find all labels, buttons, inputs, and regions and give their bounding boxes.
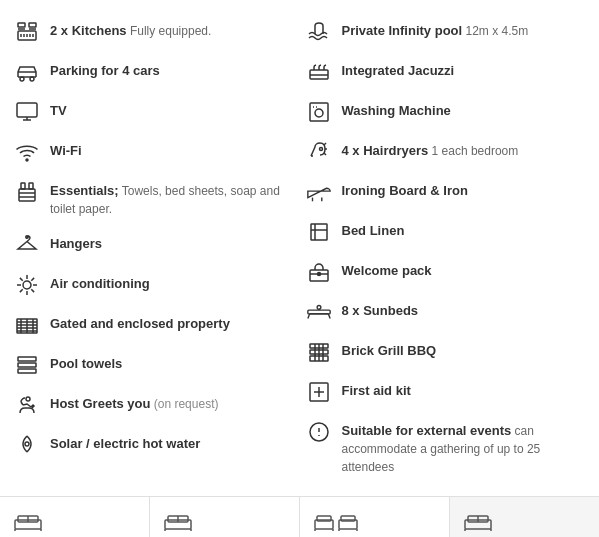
amenity-infinity-pool: Private Infinity pool 12m x 4.5m bbox=[300, 12, 592, 52]
svg-point-50 bbox=[315, 109, 323, 117]
svg-rect-1 bbox=[29, 23, 36, 27]
svg-point-17 bbox=[26, 159, 28, 161]
parking-text: Parking for 4 cars bbox=[50, 59, 160, 80]
essentials-text: Essentials; Towels, bed sheets, soap and… bbox=[50, 179, 294, 218]
essentials-label: Essentials; bbox=[50, 183, 119, 198]
svg-rect-41 bbox=[18, 357, 36, 361]
amenity-ironing: Ironing Board & Iron bbox=[300, 172, 592, 212]
hairdryers-note: 1 each bedroom bbox=[428, 144, 518, 158]
svg-rect-49 bbox=[310, 103, 328, 121]
amenity-aircon: Air conditioning bbox=[8, 265, 300, 305]
bedrooms-section: Bedroom 1 1 double bed Bedroom 2 1 doubl… bbox=[0, 497, 599, 537]
host-greets-note: (on request) bbox=[150, 397, 218, 411]
pool-towels-label: Pool towels bbox=[50, 356, 122, 371]
svg-point-53 bbox=[319, 148, 322, 151]
amenity-washing-machine: Washing Machine bbox=[300, 92, 592, 132]
bbq-label: Brick Grill BBQ bbox=[342, 343, 437, 358]
essentials-icon bbox=[14, 179, 40, 205]
sunbeds-text: 8 x Sunbeds bbox=[342, 299, 419, 320]
amenity-parking: Parking for 4 cars bbox=[8, 52, 300, 92]
hangers-text: Hangers bbox=[50, 232, 102, 253]
amenity-welcome-pack: Welcome pack bbox=[300, 252, 592, 292]
bedroom-1-icon bbox=[14, 511, 137, 536]
host-greets-label: Host Greets you bbox=[50, 396, 150, 411]
sunbeds-icon bbox=[306, 299, 332, 325]
amenity-pool-towels: Pool towels bbox=[8, 345, 300, 385]
kitchens-label: 2 x Kitchens bbox=[50, 23, 127, 38]
svg-line-31 bbox=[20, 290, 23, 293]
svg-rect-14 bbox=[17, 103, 37, 117]
parking-icon bbox=[14, 59, 40, 85]
welcome-pack-icon bbox=[306, 259, 332, 285]
jacuzzi-icon bbox=[306, 59, 332, 85]
svg-rect-43 bbox=[18, 369, 36, 373]
amenity-hot-water: Solar / electric hot water bbox=[8, 425, 300, 465]
svg-point-61 bbox=[317, 273, 320, 276]
hot-water-label: Solar / electric hot water bbox=[50, 436, 200, 451]
washing-machine-icon bbox=[306, 99, 332, 125]
external-events-icon bbox=[306, 419, 332, 445]
hangers-label: Hangers bbox=[50, 236, 102, 251]
infinity-pool-icon bbox=[306, 19, 332, 45]
host-greets-text: Host Greets you (on request) bbox=[50, 392, 218, 413]
bed-linen-label: Bed Linen bbox=[342, 223, 405, 238]
bed-linen-icon bbox=[306, 219, 332, 245]
svg-rect-18 bbox=[21, 183, 25, 189]
svg-rect-86 bbox=[341, 516, 355, 521]
hangers-icon bbox=[14, 232, 40, 258]
bedroom-2-card: Bedroom 2 1 double bed bbox=[150, 497, 300, 537]
wifi-icon bbox=[14, 139, 40, 165]
ironing-icon bbox=[306, 179, 332, 205]
amenity-host-greets: Host Greets you (on request) bbox=[8, 385, 300, 425]
infinity-pool-text: Private Infinity pool 12m x 4.5m bbox=[342, 19, 529, 40]
infinity-pool-note: 12m x 4.5m bbox=[462, 24, 528, 38]
kitchens-note: Fully equipped. bbox=[127, 24, 212, 38]
ironing-label: Ironing Board & Iron bbox=[342, 183, 468, 198]
bedroom-2-icon bbox=[164, 511, 287, 536]
svg-rect-19 bbox=[29, 183, 33, 189]
bbq-text: Brick Grill BBQ bbox=[342, 339, 437, 360]
hairdryers-icon bbox=[306, 139, 332, 165]
first-aid-icon bbox=[306, 379, 332, 405]
svg-rect-42 bbox=[18, 363, 36, 367]
svg-line-32 bbox=[31, 278, 34, 281]
svg-line-29 bbox=[20, 278, 23, 281]
amenity-gated: Gated and enclosed property bbox=[8, 305, 300, 345]
right-column: Private Infinity pool 12m x 4.5m Integra… bbox=[300, 12, 592, 484]
svg-point-11 bbox=[20, 77, 24, 81]
amenity-wifi: Wi-Fi bbox=[8, 132, 300, 172]
svg-point-44 bbox=[26, 397, 30, 401]
svg-point-24 bbox=[23, 281, 31, 289]
svg-point-12 bbox=[30, 77, 34, 81]
amenity-tv: TV bbox=[8, 92, 300, 132]
amenity-kitchens: 2 x Kitchens Fully equipped. bbox=[8, 12, 300, 52]
host-greets-icon bbox=[14, 392, 40, 418]
washing-machine-label: Washing Machine bbox=[342, 103, 451, 118]
svg-point-63 bbox=[317, 306, 321, 310]
first-aid-text: First aid kit bbox=[342, 379, 411, 400]
external-events-text: Suitable for external events can accommo… bbox=[342, 419, 586, 477]
aircon-icon bbox=[14, 272, 40, 298]
svg-rect-0 bbox=[18, 23, 25, 27]
svg-point-45 bbox=[25, 442, 29, 446]
kitchens-text: 2 x Kitchens Fully equipped. bbox=[50, 19, 211, 40]
svg-rect-84 bbox=[317, 516, 331, 521]
tv-icon bbox=[14, 99, 40, 125]
bedroom-4-card: Bedroom 4 1 double bed bbox=[450, 497, 599, 537]
aircon-text: Air conditioning bbox=[50, 272, 150, 293]
sunbeds-label: 8 x Sunbeds bbox=[342, 303, 419, 318]
svg-line-30 bbox=[31, 290, 34, 293]
wifi-label: Wi-Fi bbox=[50, 143, 82, 158]
gated-label: Gated and enclosed property bbox=[50, 316, 230, 331]
bedroom-3-icon bbox=[314, 511, 437, 531]
svg-rect-20 bbox=[19, 189, 35, 201]
amenity-first-aid: First aid kit bbox=[300, 372, 592, 412]
pool-towels-icon bbox=[14, 352, 40, 378]
amenity-external-events: Suitable for external events can accommo… bbox=[300, 412, 592, 484]
svg-rect-56 bbox=[311, 224, 327, 240]
amenity-bbq: Brick Grill BBQ bbox=[300, 332, 592, 372]
bedroom-3-card: Bedroom 3 2 single beds bbox=[300, 497, 450, 537]
welcome-pack-label: Welcome pack bbox=[342, 263, 432, 278]
washing-machine-text: Washing Machine bbox=[342, 99, 451, 120]
wifi-text: Wi-Fi bbox=[50, 139, 82, 160]
